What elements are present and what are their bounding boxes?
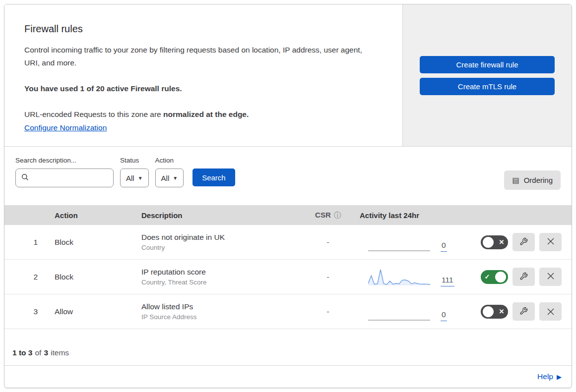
activity-sparkline: [368, 268, 430, 286]
col-csr: CSR ⓘ: [301, 211, 355, 220]
list-icon: ▤: [512, 176, 519, 185]
rule-activity-cell: 0: [355, 233, 477, 252]
search-input[interactable]: [32, 169, 131, 187]
firewall-rules-panel: Firewall rules Control incoming traffic …: [4, 4, 572, 388]
chevron-down-icon: ▼: [138, 175, 143, 181]
rule-enabled-toggle[interactable]: ✓ ✕: [481, 270, 508, 284]
rule-description: Allow listed IPs: [141, 302, 301, 311]
search-input-box[interactable]: [15, 168, 114, 187]
rule-csr: -: [301, 273, 355, 281]
delete-rule-button[interactable]: [539, 302, 562, 321]
search-button[interactable]: Search: [192, 168, 235, 186]
create-firewall-rule-button[interactable]: Create firewall rule: [420, 56, 555, 73]
usage-note: You have used 1 of 20 active Firewall ru…: [24, 82, 383, 95]
rule-description-cell: IP reputation score Country, Threat Scor…: [137, 268, 301, 286]
edit-rule-button[interactable]: [512, 302, 535, 321]
help-label: Help: [537, 372, 553, 381]
rule-description: Does not originate in UK: [141, 233, 301, 242]
close-icon: [547, 237, 555, 247]
normalization-note: URL-encoded Requests to this zone are no…: [24, 108, 383, 121]
rule-priority: 3: [4, 307, 50, 316]
edit-rule-button[interactable]: [512, 233, 535, 251]
rule-csr: -: [301, 307, 355, 316]
rule-controls: ✓ ✕: [477, 268, 568, 286]
rule-controls: ✓ ✕: [477, 302, 568, 321]
page-title: Firewall rules: [24, 23, 383, 35]
of-text: of: [35, 348, 41, 357]
col-activity: Activity last 24hr: [355, 211, 477, 220]
rule-action: Block: [50, 238, 137, 247]
col-csr-label: CSR: [315, 211, 331, 219]
search-icon: [21, 173, 29, 183]
close-icon: [547, 272, 555, 281]
status-group: Status All ▼: [120, 157, 149, 187]
rule-priority: 2: [4, 273, 50, 281]
cross-icon: ✕: [497, 308, 506, 315]
rule-description-cell: Does not originate in UK Country: [137, 233, 301, 251]
col-action: Action: [50, 211, 137, 220]
ordering-button[interactable]: ▤ Ordering: [504, 170, 561, 190]
rule-criteria: IP Source Address: [141, 313, 301, 321]
filter-bar: Search description... Status All ▼ Actio…: [4, 147, 572, 205]
items-total: 3: [44, 348, 48, 357]
search-label: Search description...: [15, 157, 114, 164]
header-section: Firewall rules Control incoming traffic …: [4, 4, 572, 147]
rule-description: IP reputation score: [141, 268, 301, 277]
action-label: Action: [155, 157, 184, 164]
rule-criteria: Country, Threat Score: [141, 279, 301, 286]
table-footer: 1 to 3 of 3 items: [4, 329, 572, 365]
items-range: 1 to 3: [12, 348, 32, 357]
help-arrow-icon: ▶: [557, 373, 562, 381]
actions-panel: Create firewall rule Create mTLS rule: [403, 4, 572, 146]
close-icon: [547, 308, 555, 316]
activity-sparkline: [368, 302, 430, 321]
intro-card: Firewall rules Control incoming traffic …: [4, 4, 403, 146]
table-row: 1 Block Does not originate in UK Country…: [4, 225, 572, 260]
activity-count-link[interactable]: 0: [441, 241, 447, 252]
rule-description-cell: Allow listed IPs IP Source Address: [137, 302, 301, 321]
cross-icon: ✕: [497, 238, 506, 246]
help-link[interactable]: Help ▶: [537, 372, 562, 381]
wrench-icon: [519, 237, 528, 247]
action-selected-value: All: [161, 174, 170, 182]
action-select[interactable]: All ▼: [155, 168, 184, 187]
status-selected-value: All: [126, 174, 134, 182]
configure-normalization-link[interactable]: Configure Normalization: [24, 123, 107, 132]
rule-enabled-toggle[interactable]: ✓ ✕: [481, 305, 508, 319]
wrench-icon: [519, 307, 528, 317]
rule-csr: -: [301, 238, 355, 247]
rule-action: Block: [50, 273, 137, 281]
rule-action: Allow: [50, 307, 137, 316]
rule-criteria: Country: [141, 244, 301, 251]
rule-enabled-toggle[interactable]: ✓ ✕: [481, 235, 508, 249]
wrench-icon: [519, 272, 528, 282]
toggle-knob: [495, 272, 506, 282]
page-description: Control incoming traffic to your zone by…: [24, 44, 377, 69]
create-mtls-rule-button[interactable]: Create mTLS rule: [420, 78, 555, 95]
chevron-down-icon: ▼: [173, 175, 178, 181]
table-header: Action Description CSR ⓘ Activity last 2…: [4, 205, 572, 225]
activity-sparkline: [368, 233, 430, 252]
rule-activity-cell: 111: [355, 268, 477, 286]
table-row: 3 Allow Allow listed IPs IP Source Addre…: [4, 294, 572, 329]
info-icon[interactable]: ⓘ: [334, 211, 341, 219]
col-description: Description: [137, 211, 301, 220]
rule-activity-cell: 0: [355, 302, 477, 321]
status-label: Status: [120, 157, 149, 164]
rule-controls: ✓ ✕: [477, 233, 568, 251]
toggle-knob: [483, 306, 494, 317]
activity-count-link[interactable]: 0: [441, 310, 447, 321]
status-select[interactable]: All ▼: [120, 168, 149, 187]
activity-count-link[interactable]: 111: [441, 276, 454, 286]
toggle-knob: [483, 237, 494, 248]
delete-rule-button[interactable]: [539, 268, 562, 286]
help-bar: Help ▶: [4, 365, 572, 388]
action-group: Action All ▼: [155, 157, 184, 187]
normalization-bold: normalized at the edge.: [163, 110, 249, 118]
rule-priority: 1: [4, 238, 50, 247]
delete-rule-button[interactable]: [539, 233, 562, 251]
edit-rule-button[interactable]: [512, 268, 535, 286]
normalization-prefix: URL-encoded Requests to this zone are: [24, 110, 163, 118]
items-text: items: [51, 348, 69, 357]
check-icon: ✓: [483, 273, 492, 280]
